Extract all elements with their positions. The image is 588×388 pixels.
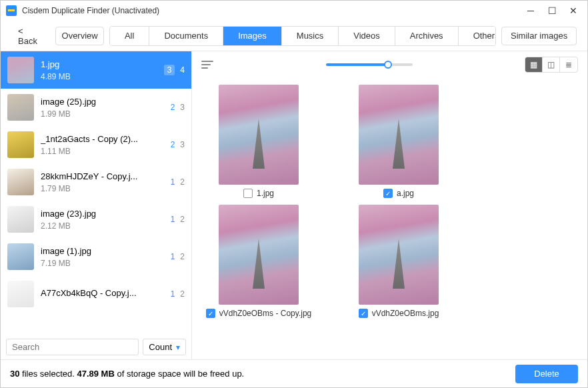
file-label: vVdhZ0eOBms.jpg <box>372 309 439 318</box>
file-label: 1.jpg <box>257 189 274 198</box>
sidebar: 1.jpg4.89 MB 34 image (25).jpg1.99 MB 23… <box>1 51 191 359</box>
file-size: 1.11 MB <box>41 147 164 156</box>
total-count: 3 <box>180 140 185 149</box>
svg-rect-1 <box>8 9 15 11</box>
thumbnail <box>7 243 34 270</box>
list-item[interactable]: 28kkmHJDZeY - Copy.j...1.79 MB 12 <box>1 163 191 201</box>
app-logo-icon <box>6 5 17 16</box>
zoom-slider[interactable] <box>326 63 413 66</box>
file-size: 1.79 MB <box>41 184 164 193</box>
file-name: A77cXb4kBqQ - Copy.j... <box>41 288 164 298</box>
file-name: image (25).jpg <box>41 97 164 107</box>
thumbnail <box>359 205 439 305</box>
total-count: 2 <box>180 177 185 187</box>
filter-tabs: All Documents Images Musics Videos Archi… <box>109 26 496 46</box>
tab-all[interactable]: All <box>110 27 149 45</box>
select-checkbox[interactable]: ✓ <box>359 309 368 318</box>
list-item[interactable]: _1nt2aGacts - Copy (2)...1.11 MB 23 <box>1 126 191 163</box>
main-panel: ▦ ◫ ≣ 1.jpg ✓a.jpg ✓vVdhZ0eOBms - Copy.j… <box>191 51 587 359</box>
total-count: 2 <box>180 215 185 224</box>
maximize-button[interactable]: ☐ <box>547 5 557 16</box>
select-checkbox[interactable] <box>243 189 253 198</box>
search-input[interactable] <box>6 339 139 355</box>
tab-archives[interactable]: Archives <box>395 27 459 45</box>
minimize-button[interactable]: ─ <box>526 5 535 16</box>
selected-count: 1 <box>171 215 175 224</box>
file-name: 1.jpg <box>41 59 157 69</box>
total-count: 4 <box>180 65 185 75</box>
grid-item[interactable]: ✓a.jpg <box>339 85 459 198</box>
list-item[interactable]: 1.jpg4.89 MB 34 <box>1 51 191 89</box>
thumbnail <box>219 205 299 305</box>
total-count: 2 <box>180 252 185 261</box>
sort-dropdown[interactable]: Count▾ <box>143 339 186 355</box>
status-text: 30 files selected. 47.89 MB of storage s… <box>10 369 244 379</box>
file-size: 1.99 MB <box>41 109 164 119</box>
selected-count: 1 <box>171 289 175 299</box>
titlebar: Cisdem Duplicate Finder (Unactivated) ─ … <box>1 1 587 21</box>
list-item[interactable]: image (23).jpg2.12 MB 12 <box>1 201 191 238</box>
file-size: 2.12 MB <box>41 221 164 231</box>
selected-count: 1 <box>171 252 175 261</box>
total-count: 2 <box>180 289 185 299</box>
select-checkbox[interactable]: ✓ <box>383 189 393 198</box>
file-label: a.jpg <box>397 189 414 198</box>
file-name: image (1).jpg <box>41 246 164 256</box>
grid-item[interactable]: ✓vVdhZ0eOBms - Copy.jpg <box>199 205 319 318</box>
window-title: Cisdem Duplicate Finder (Unactivated) <box>22 6 519 15</box>
list-item[interactable]: A77cXb4kBqQ - Copy.j... 12 <box>1 275 191 313</box>
toolbar: < Back Overview All Documents Images Mus… <box>1 21 587 51</box>
file-size: 4.89 MB <box>41 72 157 81</box>
footer: 30 files selected. 47.89 MB of storage s… <box>1 359 587 387</box>
view-mode-toggle: ▦ ◫ ≣ <box>525 57 578 73</box>
tab-musics[interactable]: Musics <box>282 27 339 45</box>
total-count: 3 <box>180 103 185 112</box>
selected-count: 2 <box>171 103 175 112</box>
thumbnail <box>7 131 34 158</box>
selected-count: 1 <box>171 177 175 187</box>
list-item[interactable]: image (1).jpg7.19 MB 12 <box>1 238 191 275</box>
thumbnail <box>7 169 34 195</box>
similar-images-button[interactable]: Similar images <box>501 27 577 45</box>
file-name: _1nt2aGacts - Copy (2)... <box>41 134 164 144</box>
thumbnail <box>7 57 34 83</box>
thumbnail-grid: 1.jpg ✓a.jpg ✓vVdhZ0eOBms - Copy.jpg ✓vV… <box>192 78 587 359</box>
back-button[interactable]: < Back <box>11 27 50 45</box>
thumbnail <box>7 206 34 233</box>
close-button[interactable]: ✕ <box>569 5 578 16</box>
grid-item[interactable]: ✓vVdhZ0eOBms.jpg <box>339 205 459 318</box>
selected-count: 3 <box>164 65 175 75</box>
file-name: 28kkmHJDZeY - Copy.j... <box>41 171 164 181</box>
tab-documents[interactable]: Documents <box>149 27 223 45</box>
list-view-icon[interactable]: ≣ <box>560 57 577 72</box>
tab-others[interactable]: Others <box>459 27 497 45</box>
select-checkbox[interactable]: ✓ <box>206 309 215 318</box>
thumbnail <box>7 281 34 307</box>
file-name: image (23).jpg <box>41 209 164 219</box>
list-item[interactable]: image (25).jpg1.99 MB 23 <box>1 89 191 126</box>
columns-view-icon[interactable]: ◫ <box>543 57 560 72</box>
delete-button[interactable]: Delete <box>515 365 578 383</box>
tab-videos[interactable]: Videos <box>339 27 395 45</box>
selected-count: 2 <box>171 140 175 149</box>
thumbnail <box>219 85 299 185</box>
grid-item[interactable]: 1.jpg <box>199 85 319 198</box>
file-label: vVdhZ0eOBms - Copy.jpg <box>219 309 312 318</box>
thumbnail <box>7 94 34 121</box>
chevron-down-icon: ▾ <box>176 343 180 352</box>
grid-view-icon[interactable]: ▦ <box>525 57 543 72</box>
thumbnail <box>359 85 439 185</box>
overview-button[interactable]: Overview <box>55 27 104 45</box>
sort-menu-icon[interactable] <box>201 61 213 69</box>
file-size: 7.19 MB <box>41 259 164 268</box>
duplicate-group-list[interactable]: 1.jpg4.89 MB 34 image (25).jpg1.99 MB 23… <box>1 51 191 335</box>
tab-images[interactable]: Images <box>223 27 282 45</box>
